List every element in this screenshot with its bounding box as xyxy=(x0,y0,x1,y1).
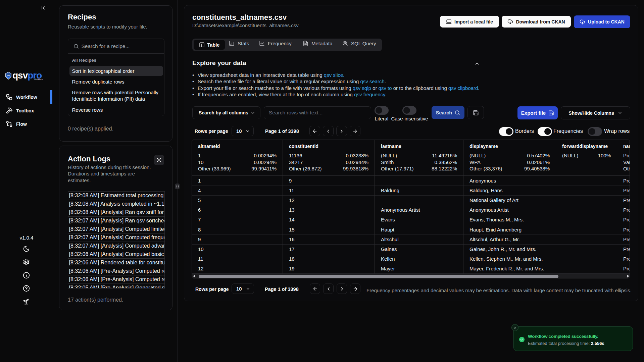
svg-text:qsv: qsv xyxy=(7,74,10,76)
